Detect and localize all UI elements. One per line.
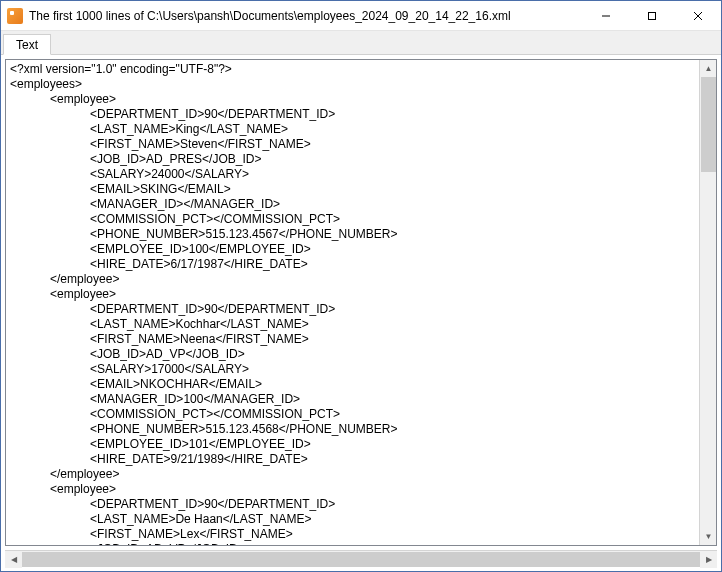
- window-title: The first 1000 lines of C:\Users\pansh\D…: [29, 9, 583, 23]
- tab-strip: Text: [1, 31, 721, 55]
- xml-text[interactable]: <?xml version="1.0" encoding="UTF-8"?> <…: [6, 60, 699, 545]
- vertical-scroll-thumb[interactable]: [701, 77, 716, 172]
- content-area: <?xml version="1.0" encoding="UTF-8"?> <…: [1, 55, 721, 550]
- close-button[interactable]: [675, 1, 721, 30]
- horizontal-scroll-thumb[interactable]: [22, 552, 700, 567]
- tab-text[interactable]: Text: [3, 34, 51, 55]
- window-controls: [583, 1, 721, 30]
- app-icon: [7, 8, 23, 24]
- minimize-button[interactable]: [583, 1, 629, 30]
- svg-rect-1: [649, 12, 656, 19]
- maximize-button[interactable]: [629, 1, 675, 30]
- scroll-left-icon[interactable]: ◀: [5, 551, 22, 568]
- scroll-up-icon[interactable]: ▲: [700, 60, 717, 77]
- text-viewer: <?xml version="1.0" encoding="UTF-8"?> <…: [5, 59, 717, 546]
- titlebar[interactable]: The first 1000 lines of C:\Users\pansh\D…: [1, 1, 721, 31]
- vertical-scrollbar[interactable]: ▲ ▼: [699, 60, 716, 545]
- app-window: The first 1000 lines of C:\Users\pansh\D…: [0, 0, 722, 572]
- scroll-right-icon[interactable]: ▶: [700, 551, 717, 568]
- scroll-down-icon[interactable]: ▼: [700, 528, 717, 545]
- horizontal-scrollbar[interactable]: ◀ ▶: [5, 550, 717, 567]
